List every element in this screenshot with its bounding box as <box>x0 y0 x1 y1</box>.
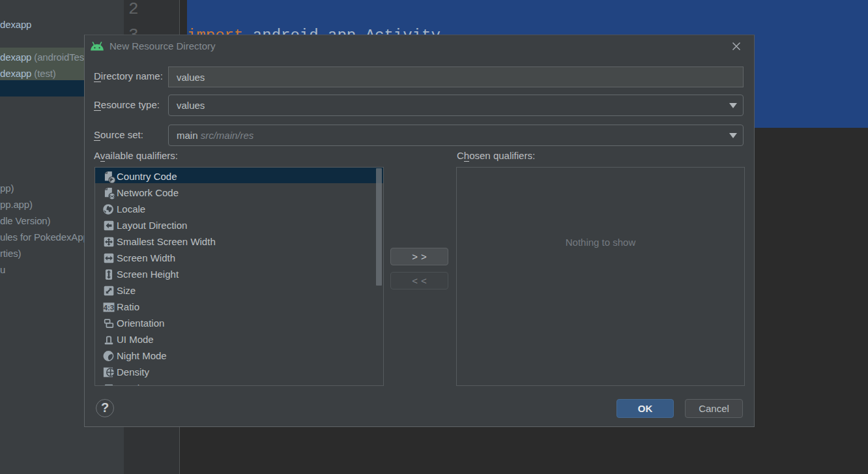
svg-text:4:3: 4:3 <box>104 303 114 311</box>
